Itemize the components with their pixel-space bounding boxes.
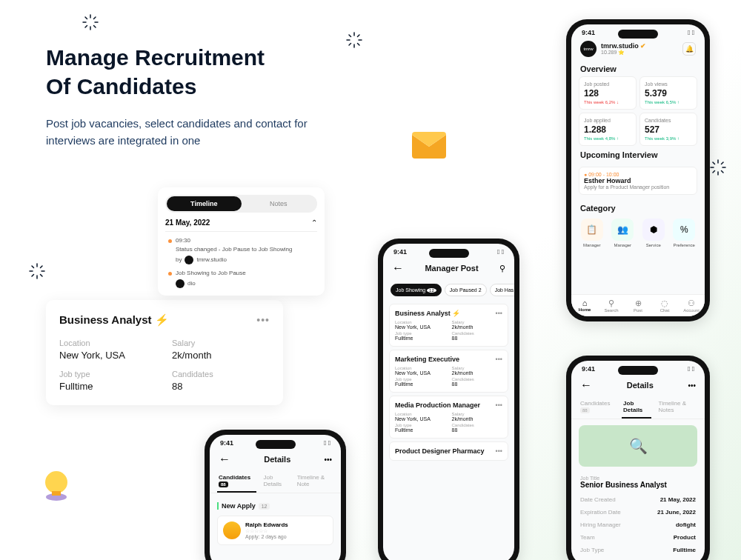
status-icons: 􀙇 􀛨 xyxy=(688,365,694,373)
more-icon[interactable]: ••• xyxy=(324,456,332,464)
timeline-entry: Job Showing to Job Pause dio xyxy=(165,264,317,288)
stat-candidates[interactable]: Candidates527This week 3,9% ↑ xyxy=(639,113,697,146)
timeline-card: Timeline Notes 21 May, 2022 ⌃ 09:30 Stat… xyxy=(158,187,325,296)
back-icon[interactable]: ← xyxy=(219,453,230,466)
stat-job-posted[interactable]: Job posted128This week 6,2% ↓ xyxy=(579,76,637,110)
back-icon[interactable]: ← xyxy=(580,379,592,392)
salary-label: Salary xyxy=(172,339,270,347)
post-icon: ⊕ xyxy=(625,299,651,308)
chip-job-expired[interactable]: Job Has Ex xyxy=(490,284,514,296)
nav-post[interactable]: ⊕Post xyxy=(625,299,651,313)
job-title-label: Job Title xyxy=(580,476,696,481)
phone-manager-post: 9:41􀙇 􀛨 ← Manager Post ⚲ Job Showing12 J… xyxy=(378,239,519,560)
svg-rect-34 xyxy=(52,491,61,496)
job-list-item[interactable]: Marketing Executive••• LocationNew York,… xyxy=(389,350,508,393)
svg-line-30 xyxy=(713,171,715,173)
location-value: New York, USA xyxy=(59,350,157,361)
brand-logo-icon xyxy=(176,279,185,288)
location-label: Location xyxy=(59,339,157,347)
more-icon[interactable]: ••• xyxy=(496,447,502,455)
home-icon: ⌂ xyxy=(571,299,598,307)
brand-logo-icon: tmrw xyxy=(580,41,597,57)
chevron-up-icon[interactable]: ⌃ xyxy=(311,219,317,227)
more-icon[interactable]: ••• xyxy=(496,401,502,409)
more-icon[interactable]: ••• xyxy=(496,356,502,363)
more-icon[interactable]: ••• xyxy=(688,381,696,390)
nav-search[interactable]: ⚲Search xyxy=(598,299,625,313)
job-list-item[interactable]: Business Analyst ⚡••• LocationNew York, … xyxy=(389,304,508,347)
interview-card[interactable]: ● 09:00 - 10:00 Esther Howard Apply for … xyxy=(579,167,697,195)
chip-job-paused[interactable]: Job Paused 2 xyxy=(445,284,487,296)
sparkle-icon xyxy=(82,13,99,31)
job-list-item[interactable]: Media Production Manager••• LocationNew … xyxy=(389,396,508,439)
nav-chat[interactable]: ◌Chat xyxy=(651,299,678,313)
jobtype-label: Job type xyxy=(59,370,157,379)
timeline-entry: 09:30 Status changed - Job Pause to Job … xyxy=(165,232,317,264)
status-time: 9:41 xyxy=(393,248,407,256)
jobtype-value: Fulltime xyxy=(59,381,157,392)
svg-line-6 xyxy=(85,26,87,28)
phone-overview: 9:41􀙇 􀛨 tmrw tmrw.studio ✔ 10.289 ⭐ 🔔 Ov… xyxy=(566,19,710,321)
candidate-card[interactable]: Ralph Edwards ☆☆☆☆☆ Apply: 2 days ago xyxy=(217,516,333,545)
svg-line-7 xyxy=(94,17,96,19)
tab-timeline-notes[interactable]: Timeline & Note xyxy=(296,470,333,493)
sparkle-icon xyxy=(28,262,46,280)
upcoming-title: Upcoming Interview xyxy=(571,146,705,162)
page-title: Details xyxy=(627,381,654,390)
job-list-item[interactable]: Product Designer Pharmacy••• xyxy=(389,441,508,461)
tab-candidates[interactable]: Candidates 88 xyxy=(217,470,256,493)
account-icon: ⚇ xyxy=(678,299,705,308)
envelope-icon xyxy=(409,130,449,160)
tab-job-details[interactable]: Job Details xyxy=(262,470,290,493)
candidate-name: Ralph Edwards xyxy=(245,521,288,528)
apply-time: Apply: 2 days ago xyxy=(245,534,288,539)
category-service[interactable]: ⬢Service xyxy=(640,219,667,247)
status-icons: 􀙇 􀛨 xyxy=(324,439,330,447)
salary-value: 2k/month xyxy=(172,350,270,361)
category-manager2[interactable]: 👥Manager xyxy=(610,219,637,247)
lightbulb-icon xyxy=(39,467,73,501)
candidates-value: 88 xyxy=(172,381,270,392)
svg-line-12 xyxy=(349,35,351,37)
tab-candidates[interactable]: Candidates 88 xyxy=(579,396,616,419)
stat-job-views[interactable]: Job views5.379This week 6,5% ↑ xyxy=(639,76,697,110)
status-time: 9:41 xyxy=(582,365,595,373)
page-title: Details xyxy=(264,455,290,464)
notification-icon[interactable]: 🔔 xyxy=(682,42,696,56)
svg-line-4 xyxy=(85,17,87,19)
candidates-label: Candidates xyxy=(172,370,270,379)
tab-timeline-notes[interactable]: Timeline & Notes xyxy=(657,396,697,419)
category-manager[interactable]: 📋Manager xyxy=(579,219,605,247)
status-icons: 􀙇 􀛨 xyxy=(497,248,504,256)
svg-line-22 xyxy=(32,275,34,277)
chip-job-showing[interactable]: Job Showing12 xyxy=(391,284,442,296)
tab-notes[interactable]: Notes xyxy=(242,196,316,211)
search-icon: ⚲ xyxy=(598,299,625,308)
svg-point-33 xyxy=(45,471,67,493)
svg-line-28 xyxy=(713,162,715,164)
brand-logo-icon xyxy=(185,256,193,264)
timeline-date: 21 May, 2022 xyxy=(165,219,210,227)
back-icon[interactable]: ← xyxy=(392,261,404,275)
overview-title: Overview xyxy=(571,60,705,76)
category-preference[interactable]: %Preference xyxy=(671,219,698,247)
tab-timeline[interactable]: Timeline xyxy=(167,196,242,211)
chat-icon: ◌ xyxy=(651,299,678,308)
nav-account[interactable]: ⚇Account xyxy=(678,299,705,313)
phone-candidates: 9:41􀙇 􀛨 ← Details ••• Candidates 88 Job … xyxy=(205,430,346,560)
stat-job-applied[interactable]: Job applied1.288This week 4,8% ↑ xyxy=(579,113,637,146)
nav-home[interactable]: ⌂Home xyxy=(571,299,598,313)
svg-line-15 xyxy=(358,35,360,37)
sparkle-icon xyxy=(709,159,727,176)
job-summary-card: Business Analyst ⚡ ••• LocationNew York,… xyxy=(46,300,283,405)
hero-title: Manage RecruitmentOf Candidates xyxy=(46,43,357,101)
rating-stars: ☆☆☆☆☆ xyxy=(245,528,288,534)
search-icon[interactable]: ⚲ xyxy=(499,264,505,273)
more-icon[interactable]: ••• xyxy=(256,314,270,326)
more-icon[interactable]: ••• xyxy=(496,310,502,317)
svg-line-5 xyxy=(94,26,96,28)
status-time: 9:41 xyxy=(582,29,595,36)
brand-sub: 10.289 ⭐ xyxy=(601,50,646,56)
phone-details: 9:41􀙇 􀛨 ← Details ••• Candidates 88 Job … xyxy=(566,356,710,560)
tab-job-details[interactable]: Job Details xyxy=(622,396,651,419)
